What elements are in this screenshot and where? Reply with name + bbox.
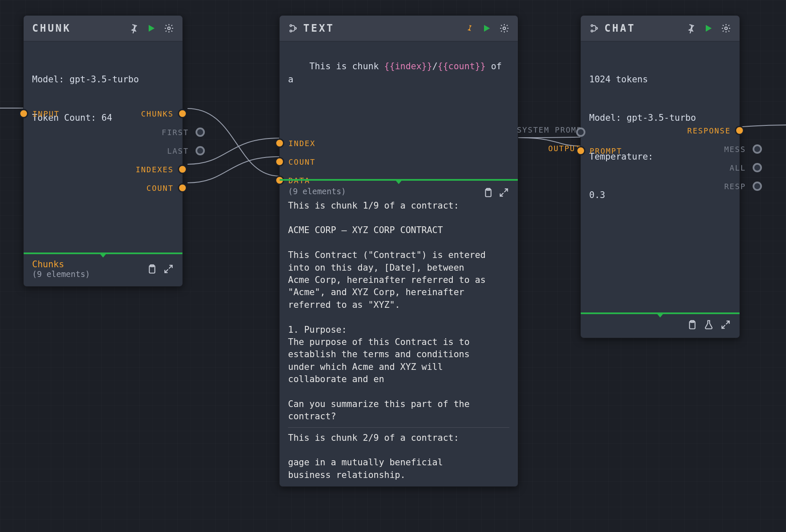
gear-icon[interactable] <box>499 23 509 33</box>
port-label: MESS <box>724 145 746 154</box>
port-prompt[interactable]: PROMPT <box>576 141 622 160</box>
progress-indicator <box>581 312 740 314</box>
expand-icon[interactable] <box>163 263 174 274</box>
port-response[interactable]: RESPONSE <box>687 121 744 140</box>
port-label: ALL <box>729 163 746 172</box>
flask-icon[interactable] <box>703 319 714 330</box>
port-dot[interactable] <box>196 128 205 137</box>
port-label: INDEXES <box>136 165 174 174</box>
progress-indicator <box>24 252 182 254</box>
output-separator <box>288 427 509 428</box>
run-icon[interactable] <box>481 23 492 33</box>
gear-icon[interactable] <box>721 23 731 33</box>
port-dot[interactable] <box>576 146 585 155</box>
node-chat[interactable]: CHAT 1024 tokens Model: gpt-3.5-turbo Te… <box>580 15 740 338</box>
svg-point-5 <box>294 27 296 29</box>
port-dot[interactable] <box>753 163 762 172</box>
port-all[interactable]: ALL <box>687 158 744 177</box>
clipboard-icon[interactable] <box>482 187 493 198</box>
port-label: INDEX <box>288 139 315 148</box>
port-first[interactable]: FIRST <box>136 123 187 141</box>
branch-icon <box>288 23 298 33</box>
template-body[interactable]: This is chunk {{index}}/{{count}} of a {… <box>280 41 518 117</box>
svg-point-3 <box>290 24 291 26</box>
expand-icon[interactable] <box>498 187 509 198</box>
port-label: CHUNKS <box>141 109 174 118</box>
output-area: (9 elements) This is chunk 1/9 of a cont… <box>280 181 518 486</box>
port-input[interactable]: INPUT <box>19 104 60 123</box>
port-dot[interactable] <box>275 157 284 166</box>
node-title: CHAT <box>604 22 636 34</box>
port-label: PROMPT <box>590 147 622 155</box>
branch-icon <box>589 23 599 33</box>
port-label: LAST <box>167 147 189 155</box>
port-label: INPUT <box>33 109 60 118</box>
gear-icon[interactable] <box>164 23 174 33</box>
port-dot[interactable] <box>196 146 205 155</box>
port-mess[interactable]: MESS <box>687 140 744 158</box>
template-variable-count: {{count}} <box>438 61 486 71</box>
node-header[interactable]: TEXT <box>280 16 518 41</box>
port-indexes[interactable]: INDEXES <box>136 160 187 179</box>
tokens-line: 1024 tokens <box>589 73 731 86</box>
port-dot[interactable] <box>275 138 284 148</box>
template-variable-index: {{index}} <box>384 61 432 71</box>
svg-point-11 <box>596 27 597 29</box>
port-count[interactable]: COUNT <box>275 152 315 171</box>
svg-point-12 <box>725 27 727 30</box>
port-label: RESPONSE <box>687 126 731 135</box>
node-header[interactable]: CHAT <box>581 16 740 41</box>
pin-icon[interactable] <box>464 23 474 33</box>
footer-title: Chunks <box>32 259 140 269</box>
port-dot[interactable] <box>735 126 744 135</box>
node-footer: Chunks (9 elements) <box>24 254 182 286</box>
node-header[interactable]: CHUNK <box>24 16 182 41</box>
port-system-prompt[interactable] <box>576 123 622 141</box>
port-dot[interactable] <box>178 165 187 174</box>
pin-icon[interactable] <box>128 23 139 33</box>
model-line: Model: gpt-3.5-turbo <box>32 73 174 86</box>
port-dot[interactable] <box>753 144 762 154</box>
canvas[interactable]: CHUNK Model: gpt-3.5-turbo Token Count: … <box>0 0 786 532</box>
port-dot[interactable] <box>178 183 187 193</box>
node-chunk[interactable]: CHUNK Model: gpt-3.5-turbo Token Count: … <box>23 15 183 287</box>
node-text[interactable]: TEXT This is chunk {{index}}/{{count}} o… <box>279 15 518 487</box>
svg-point-6 <box>503 27 506 30</box>
port-label: FIRST <box>162 128 189 137</box>
port-label: RESP <box>724 182 746 191</box>
clipboard-icon[interactable] <box>686 319 697 330</box>
port-resp[interactable]: RESP <box>687 177 744 195</box>
node-title: TEXT <box>303 22 335 34</box>
port-label: COUNT <box>147 184 174 193</box>
node-title: CHUNK <box>32 22 71 34</box>
svg-point-9 <box>591 24 593 26</box>
footer-elements: (9 elements) <box>32 269 140 279</box>
run-icon[interactable] <box>146 23 156 33</box>
progress-indicator <box>280 179 518 181</box>
port-chunks[interactable]: CHUNKS <box>136 104 187 123</box>
port-last[interactable]: LAST <box>136 141 187 160</box>
svg-point-10 <box>591 30 593 32</box>
run-icon[interactable] <box>703 23 713 33</box>
port-dot[interactable] <box>178 109 187 118</box>
svg-point-0 <box>168 27 170 30</box>
output-text-1: This is chunk 1/9 of a contract: ACME CO… <box>288 200 509 423</box>
port-count[interactable]: COUNT <box>136 179 187 197</box>
node-footer <box>581 314 740 338</box>
elements-count: (9 elements) <box>288 186 482 197</box>
port-dot[interactable] <box>576 128 585 137</box>
port-dot[interactable] <box>753 182 762 191</box>
pin-icon[interactable] <box>685 23 696 33</box>
template-text: This is chunk <box>310 61 384 71</box>
clipboard-icon[interactable] <box>146 263 157 274</box>
output-text-2: This is chunk 2/9 of a contract: gage in… <box>288 432 509 482</box>
expand-icon[interactable] <box>720 319 731 330</box>
port-label: COUNT <box>288 157 315 166</box>
svg-point-4 <box>290 30 291 32</box>
port-dot[interactable] <box>19 109 28 118</box>
port-index[interactable]: INDEX <box>275 134 315 152</box>
